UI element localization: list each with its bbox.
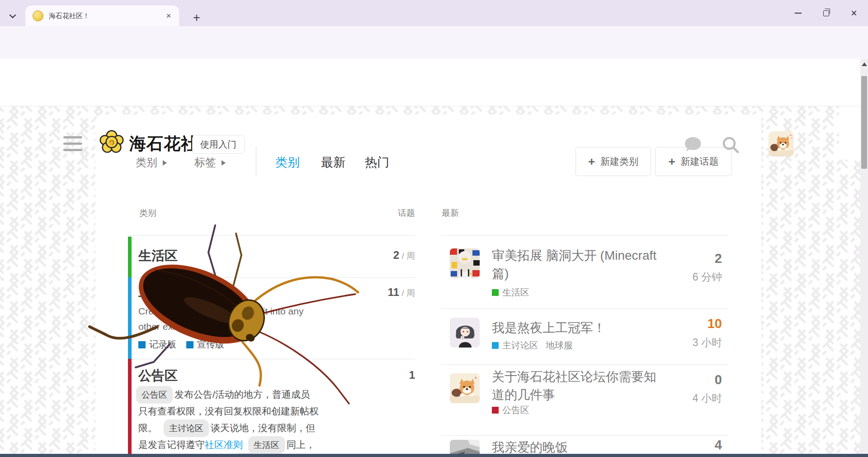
category-color-square — [492, 289, 499, 296]
topic-meta: 主讨论区 地球服 — [492, 339, 573, 352]
restore-button[interactable] — [812, 3, 840, 24]
topic-replies-count: 10 — [654, 316, 722, 331]
chevron-down-icon — [7, 11, 18, 22]
hamburger-menu-icon[interactable] — [63, 136, 82, 155]
screenshot-root: 海石花社区！ × + × shibababy.dynv6.net/categor… — [0, 0, 868, 457]
column-header-topics: 话题 — [370, 207, 415, 219]
subcategory-color-square — [138, 341, 146, 348]
content-card: 类别 标签 类别 最新 热门 + 新建类别 + 新建话题 类别 话题 生活区 2 — [95, 114, 761, 457]
topic-replies-count: 0 — [654, 372, 722, 387]
category-weekly-count: 2 / 周 — [325, 249, 415, 262]
page-scrollbar[interactable] — [860, 59, 868, 457]
bottom-edge-bar — [0, 454, 868, 457]
subcategory-link[interactable]: 宣传版 — [197, 338, 224, 351]
topic-meta: 生活区 — [492, 286, 529, 299]
plus-icon: + — [668, 156, 675, 167]
chat-button[interactable] — [682, 134, 703, 156]
subcategory-link[interactable]: 记录版 — [149, 338, 176, 351]
guidelines-link[interactable]: 社区准则 — [205, 439, 243, 450]
category-title[interactable]: 公告区 — [138, 367, 178, 385]
search-icon — [721, 135, 741, 155]
topic-activity-time: 3 小时 — [654, 336, 722, 350]
getting-started-button[interactable]: 使用入门 — [192, 135, 245, 154]
search-button[interactable] — [720, 134, 741, 156]
category-topic-count: 1 — [325, 369, 415, 381]
category-filter-dropdown[interactable]: 类别 — [136, 155, 167, 170]
category-filter-label: 类别 — [136, 155, 157, 170]
topic-author-avatar[interactable] — [450, 318, 480, 348]
tag-filter-label: 标签 — [194, 155, 216, 170]
category-color-stripe — [128, 237, 132, 277]
category-badge[interactable]: 公告区 — [136, 386, 173, 404]
browser-toolbar: shibababy.dynv6.net/categories — [0, 26, 868, 59]
category-weekly-count: 11 / 周 — [325, 286, 415, 299]
topic-tag[interactable]: 地球服 — [546, 339, 573, 352]
topic-title[interactable]: 我是熬夜上工冠军！ — [492, 319, 677, 337]
row-divider — [441, 435, 729, 436]
close-button[interactable]: × — [840, 3, 868, 24]
table-divider — [441, 235, 729, 236]
category-color-square — [492, 342, 499, 349]
subcategory-list: 记录版 宣传版 — [138, 338, 224, 351]
topic-category[interactable]: 公告区 — [502, 404, 529, 416]
topic-author-avatar[interactable] — [450, 248, 480, 278]
topic-title[interactable]: 审美拓展 脑洞大开 (Minecraft 篇) — [492, 247, 677, 283]
shiba-puppy-avatar-icon — [769, 131, 794, 157]
category-title[interactable]: 生活区 — [138, 247, 178, 265]
category-color-stripe — [128, 277, 132, 359]
topic-replies-count: 2 — [654, 251, 722, 266]
forum-header: 海石花社区 使用入门 — [0, 59, 868, 106]
category-description: Create topics here that don’t fit into a… — [138, 304, 355, 334]
restore-icon — [823, 10, 829, 16]
scrollbar-thumb[interactable] — [861, 76, 867, 169]
tab-close-icon[interactable]: × — [163, 10, 175, 22]
topic-category[interactable]: 主讨论区 — [502, 339, 538, 352]
category-badge[interactable]: 生活区 — [248, 436, 285, 454]
new-category-button[interactable]: + 新建类别 — [576, 147, 651, 176]
row-divider — [441, 309, 729, 309]
column-header-category: 类别 — [139, 207, 156, 219]
shiba-puppy-avatar-icon — [450, 373, 480, 403]
new-category-label: 新建类别 — [600, 155, 638, 168]
chat-bubble-icon — [683, 136, 702, 154]
tab-search-button[interactable] — [4, 7, 22, 25]
caret-right-icon — [222, 160, 226, 166]
new-tab-button[interactable]: + — [188, 9, 205, 26]
topic-activity-time: 4 小时 — [654, 391, 722, 405]
table-divider — [128, 235, 415, 236]
browser-titlebar: 海石花社区！ × + × — [0, 0, 868, 26]
window-controls: × — [784, 0, 868, 26]
category-badge[interactable]: 主讨论区 — [164, 419, 209, 437]
row-divider — [441, 364, 729, 365]
filter-divider — [256, 146, 256, 176]
caret-right-icon — [163, 160, 167, 166]
category-color-stripe — [128, 359, 132, 457]
topic-author-avatar[interactable] — [450, 373, 480, 403]
user-avatar[interactable] — [769, 131, 794, 157]
minimize-button[interactable] — [784, 3, 812, 24]
row-divider — [128, 359, 415, 359]
topic-replies-count: 4 — [654, 438, 722, 452]
tab-title: 海石花社区！ — [49, 12, 163, 20]
browser-tab[interactable]: 海石花社区！ × — [25, 5, 179, 26]
topic-activity-time: 6 分钟 — [654, 270, 722, 284]
tag-filter-dropdown[interactable]: 标签 — [194, 155, 226, 170]
forum-logo-icon[interactable] — [99, 129, 125, 156]
category-color-square — [492, 407, 499, 414]
new-topic-label: 新建话题 — [681, 155, 719, 168]
close-icon: × — [851, 8, 857, 19]
minimize-icon — [795, 13, 802, 14]
tab-latest[interactable]: 最新 — [321, 154, 345, 171]
collage-girl-avatar-icon — [450, 248, 480, 278]
tab-top[interactable]: 热门 — [365, 154, 389, 171]
category-title[interactable]: 主讨论区 — [138, 283, 191, 301]
topic-category[interactable]: 生活区 — [502, 286, 529, 299]
row-divider — [128, 277, 415, 278]
plus-icon: + — [588, 156, 595, 167]
topic-meta: 公告区 — [492, 404, 529, 416]
scroll-up-arrow-icon[interactable] — [860, 62, 868, 66]
topic-title[interactable]: 关于海石花社区论坛你需要知 道的几件事 — [492, 368, 677, 404]
tab-categories[interactable]: 类别 — [275, 154, 300, 171]
dark-hair-girl-avatar-icon — [450, 318, 480, 348]
subcategory-color-square — [186, 341, 193, 348]
